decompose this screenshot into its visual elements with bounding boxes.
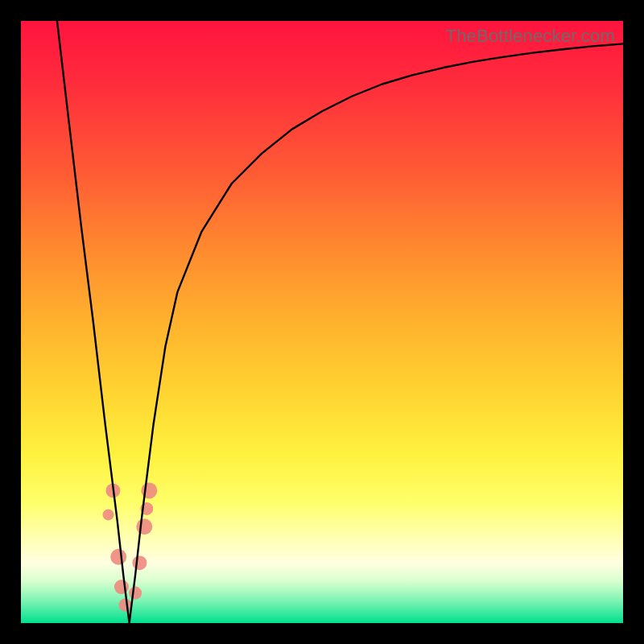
- chart-overlay: [21, 21, 623, 623]
- scatter-point: [103, 509, 114, 520]
- scatter-point: [114, 580, 129, 594]
- scatter-point: [129, 587, 142, 600]
- scatter-point: [132, 555, 147, 570]
- plot-area: TheBottlenecker.com: [21, 21, 623, 623]
- chart-container: TheBottlenecker.com: [0, 0, 644, 644]
- scatter-point: [110, 549, 126, 565]
- scatter-point: [118, 599, 131, 612]
- scatter-markers: [103, 482, 158, 611]
- scatter-point: [136, 518, 152, 535]
